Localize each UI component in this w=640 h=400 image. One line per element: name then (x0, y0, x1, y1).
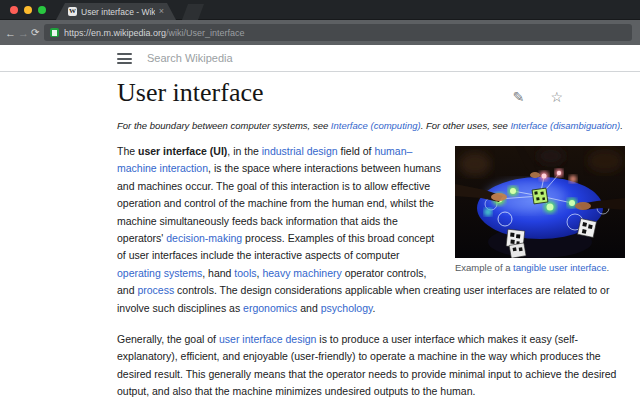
reload-icon[interactable]: ⟳ (31, 20, 39, 45)
tab-close-icon[interactable]: × (159, 7, 164, 16)
window-minimize-button[interactable] (24, 6, 32, 14)
watch-star-icon[interactable]: ☆ (550, 90, 563, 104)
paragraph-2: Generally, the goal of user interface de… (117, 331, 625, 400)
text-segment: , hand (202, 267, 234, 279)
wiki-link[interactable]: operating systems (117, 267, 202, 279)
window-fullscreen-button[interactable] (38, 6, 46, 14)
text-segment: . (620, 120, 623, 131)
browser-toolbar: ← → ⟳ https://en.m.wikipedia.org/wiki/Us… (0, 20, 640, 45)
image-caption: Example of a tangible user interface. (455, 262, 625, 274)
url-text[interactable]: https://en.m.wikipedia.org/wiki/User_int… (64, 28, 245, 38)
wiki-link[interactable]: heavy machinery (262, 267, 341, 279)
url-path: /wiki/User_interface (166, 28, 245, 38)
search-input[interactable]: Search Wikipedia (147, 52, 233, 64)
secure-doc-glyph (52, 30, 57, 36)
wiki-link[interactable]: process (137, 284, 174, 296)
article-content: Example of a tangible user interface. Th… (117, 143, 625, 400)
text-segment: . For other uses, see (421, 120, 511, 131)
wiki-link[interactable]: tools (234, 267, 256, 279)
forward-icon[interactable]: → (18, 20, 29, 45)
url-domain: https://en.m.wikipedia.org (64, 28, 166, 38)
text-segment: Generally, the goal of (117, 333, 219, 345)
browser-window: W User interface - Wikipedia, the × ← → … (0, 0, 640, 400)
text-segment: The (117, 145, 138, 157)
back-icon[interactable]: ← (5, 20, 16, 45)
wiki-link[interactable]: decision-making (166, 232, 242, 244)
wiki-link[interactable]: psychology (321, 302, 373, 314)
article-figure: Example of a tangible user interface. (455, 146, 625, 274)
text-segment: user interface (UI) (138, 145, 227, 157)
tangible-ui-photo[interactable] (455, 146, 625, 258)
article: ✎ ☆ User interface For the boundary betw… (117, 72, 625, 400)
text-segment: . (372, 302, 375, 314)
text-segment: Example of a (455, 262, 513, 273)
address-bar[interactable]: https://en.m.wikipedia.org/wiki/User_int… (44, 24, 632, 41)
hamburger-menu-icon[interactable] (117, 53, 132, 64)
window-close-button[interactable] (10, 6, 18, 14)
hatnote: For the boundary between computer system… (117, 120, 625, 132)
text-segment: , in the (227, 145, 261, 157)
text-segment: and (297, 302, 320, 314)
wiki-link[interactable]: Interface (disambiguation) (510, 120, 620, 131)
wikipedia-favicon-icon: W (68, 7, 77, 16)
tab-title: User interface - Wikipedia, the (81, 7, 155, 17)
text-segment: For the boundary between computer system… (117, 120, 331, 131)
text-segment: field of (338, 145, 375, 157)
secure-site-icon[interactable] (50, 28, 59, 37)
text-segment: . (607, 262, 610, 273)
tab-strip: W User interface - Wikipedia, the × (0, 0, 640, 20)
wiki-link[interactable]: ergonomics (243, 302, 297, 314)
wiki-link[interactable]: Interface (computing) (331, 120, 421, 131)
browser-tab[interactable]: W User interface - Wikipedia, the × (56, 3, 176, 20)
edit-pencil-icon[interactable]: ✎ (513, 90, 525, 104)
wiki-link[interactable]: tangible user interface (513, 262, 606, 273)
wiki-link[interactable]: industrial design (262, 145, 338, 157)
wiki-header: Search Wikipedia (0, 45, 640, 72)
new-tab-button[interactable] (182, 4, 204, 20)
wiki-link[interactable]: user interface design (219, 333, 316, 345)
